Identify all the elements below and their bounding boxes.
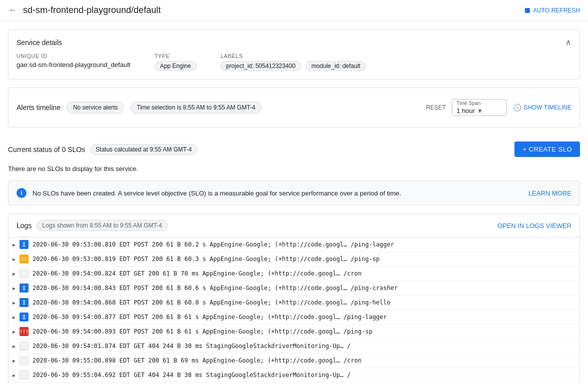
log-expand-icon[interactable]: ▶ [13, 256, 16, 262]
log-expand-icon[interactable]: ▶ [13, 329, 16, 334]
log-expand-icon[interactable]: ▶ [13, 271, 16, 276]
alerts-section: Alerts timeline No service alerts Time s… [8, 88, 580, 128]
log-severity-badge [20, 370, 29, 380]
labels-col: LABELS project_id: 505412323400 module_i… [221, 53, 369, 71]
log-severity-badge: I [20, 240, 29, 249]
log-text: 2020-06-30 09:55:00.898 EDT GET 200 61 B… [33, 357, 575, 364]
log-severity-badge: I [20, 284, 29, 292]
type-col: TYPE App Engine [155, 53, 197, 71]
status-badge: Status calculated at 9:55 AM GMT-4 [90, 144, 197, 155]
log-row[interactable]: ▶ 2020-06-30 09:54:01.874 EDT GET 404 24… [9, 339, 579, 354]
unique-id-label: UNIQUE ID [17, 53, 131, 59]
log-text: 2020-06-30 09:54:00.877 EDT POST 200 61 … [33, 314, 575, 320]
log-expand-icon[interactable]: ▶ [13, 286, 16, 291]
log-severity-badge [20, 269, 29, 278]
log-severity-badge [20, 342, 29, 350]
no-alerts-pill: No service alerts [67, 102, 124, 114]
log-text: 2020-06-30 09:53:00.810 EDT POST 200 61 … [33, 241, 575, 248]
slo-header-left: Current status of 0 SLOs Status calculat… [8, 144, 197, 155]
type-label: TYPE [155, 53, 197, 59]
log-rows-container: ▶ I 2020-06-30 09:53:00.810 EDT POST 200… [9, 238, 579, 384]
slo-title: Current status of 0 SLOs [8, 146, 85, 154]
log-text: 2020-06-30 09:54:00.893 EDT POST 200 61 … [33, 328, 575, 335]
auto-refresh-label: AUTO REFRESH [533, 7, 580, 14]
chevron-down-icon: ▼ [477, 108, 483, 114]
type-value: App Engine [155, 61, 197, 71]
slo-header: Current status of 0 SLOs Status calculat… [8, 136, 580, 161]
main-content: Service details ∧ UNIQUE ID gae:sd-sm-fr… [0, 21, 588, 384]
alerts-row: Alerts timeline No service alerts Time s… [17, 93, 571, 122]
auto-refresh-indicator [525, 8, 530, 13]
log-severity-badge: I [20, 298, 29, 307]
timespan-value: 1 hour [456, 107, 475, 114]
logs-header: Logs Logs shown from 8:55 AM to 9:55 AM … [9, 214, 579, 238]
slo-section: Current status of 0 SLOs Status calculat… [8, 136, 580, 180]
log-severity-badge [20, 356, 29, 365]
alerts-title: Alerts timeline [17, 104, 61, 112]
label-tag-1: project_id: 505412323400 [221, 61, 301, 71]
log-row[interactable]: ▶ 2020-06-30 09:54:00.824 EDT GET 200 61… [9, 266, 579, 281]
open-logs-button[interactable]: OPEN IN LOGS VIEWER [497, 222, 571, 230]
log-severity-badge: !!! [20, 327, 29, 336]
log-text: 2020-06-30 09:54:01.874 EDT GET 404 244 … [33, 342, 575, 350]
log-row[interactable]: ▶ 2020-06-30 09:55:00.898 EDT GET 200 61… [9, 354, 579, 368]
service-details-card: Service details ∧ UNIQUE ID gae:sd-sm-fr… [8, 29, 580, 80]
timespan-row: 1 hour ▼ [456, 107, 502, 114]
reset-button[interactable]: RESET [426, 104, 446, 111]
log-expand-icon[interactable]: ▶ [13, 344, 16, 349]
log-row[interactable]: ▶ I 2020-06-30 09:54:00.868 EDT POST 200… [9, 296, 579, 310]
create-slo-button[interactable]: + CREATE SLO [514, 142, 580, 157]
collapse-button[interactable]: ∧ [565, 38, 571, 47]
log-row[interactable]: ▶ I 2020-06-30 09:53:00.810 EDT POST 200… [9, 238, 579, 252]
log-expand-icon[interactable]: ▶ [13, 314, 16, 320]
log-text: 2020-06-30 09:55:04.692 EDT GET 404 244 … [33, 372, 575, 378]
log-row[interactable]: ▶ 2020-06-30 09:55:04.692 EDT GET 404 24… [9, 368, 579, 382]
page-title: sd-sm-frontend-playground/default [23, 5, 161, 16]
info-icon: i [17, 188, 27, 198]
service-details-row: UNIQUE ID gae:sd-sm-frontend-playground_… [17, 53, 571, 71]
show-timeline-label: SHOW TIMELINE [523, 104, 571, 111]
no-slo-text: There are no SLOs to display for this se… [8, 161, 580, 180]
clock-icon: 🕓 [513, 104, 521, 112]
show-timeline-button[interactable]: 🕓 SHOW TIMELINE [513, 104, 571, 112]
log-expand-icon[interactable]: ▶ [13, 300, 16, 306]
log-row[interactable]: ▶ I 2020-06-30 09:54:00.843 EDT POST 200… [9, 281, 579, 296]
log-row[interactable]: ▶ I 2020-06-30 09:54:00.877 EDT POST 200… [9, 310, 579, 324]
time-selection-pill: Time selection is 8:55 AM to 9:55 AM GMT… [130, 102, 262, 114]
labels-values: project_id: 505412323400 module_id: defa… [221, 61, 369, 71]
label-tag-2: module_id: default [306, 61, 366, 71]
log-expand-icon[interactable]: ▶ [13, 358, 16, 364]
app-header: ← sd-sm-frontend-playground/default AUTO… [0, 0, 588, 21]
logs-title: Logs [17, 222, 32, 230]
timespan-selector[interactable]: Time Span 1 hour ▼ [452, 99, 507, 116]
info-banner: i No SLOs have been created. A service l… [8, 180, 580, 206]
log-row[interactable]: ▶ !!! 2020-06-30 09:54:00.893 EDT POST 2… [9, 324, 579, 339]
learn-more-button[interactable]: LEARN MORE [528, 190, 571, 197]
log-expand-icon[interactable]: ▶ [13, 372, 16, 378]
log-text: 2020-06-30 09:54:00.824 EDT GET 200 61 B… [33, 270, 575, 277]
card-header: Service details ∧ [17, 38, 571, 47]
log-severity-badge: !! [20, 254, 29, 264]
log-text: 2020-06-30 09:54:00.843 EDT POST 200 61 … [33, 284, 575, 292]
unique-id-col: UNIQUE ID gae:sd-sm-frontend-playground_… [17, 53, 131, 68]
logs-header-left: Logs Logs shown from 8:55 AM to 9:55 AM … [17, 220, 168, 231]
back-button[interactable]: ← [8, 5, 17, 16]
auto-refresh-toggle[interactable]: AUTO REFRESH [525, 7, 580, 14]
info-banner-left: i No SLOs have been created. A service l… [17, 188, 401, 198]
log-text: 2020-06-30 09:53:00.819 EDT POST 200 61 … [33, 256, 575, 262]
log-severity-badge: I [20, 312, 29, 322]
log-expand-icon[interactable]: ▶ [13, 242, 16, 248]
labels-label: LABELS [221, 53, 369, 59]
logs-time-pill: Logs shown from 8:55 AM to 9:55 AM GMT-4 [37, 220, 167, 231]
logs-section: Logs Logs shown from 8:55 AM to 9:55 AM … [8, 214, 580, 384]
log-text: 2020-06-30 09:54:00.868 EDT POST 200 61 … [33, 299, 575, 306]
header-left: ← sd-sm-frontend-playground/default [8, 5, 161, 16]
timespan-label: Time Span [456, 100, 502, 106]
unique-id-value: gae:sd-sm-frontend-playground_default [17, 61, 131, 68]
info-banner-text: No SLOs have been created. A service lev… [33, 190, 401, 197]
log-row[interactable]: ▶ !! 2020-06-30 09:53:00.819 EDT POST 20… [9, 252, 579, 266]
service-details-title: Service details [17, 38, 62, 46]
